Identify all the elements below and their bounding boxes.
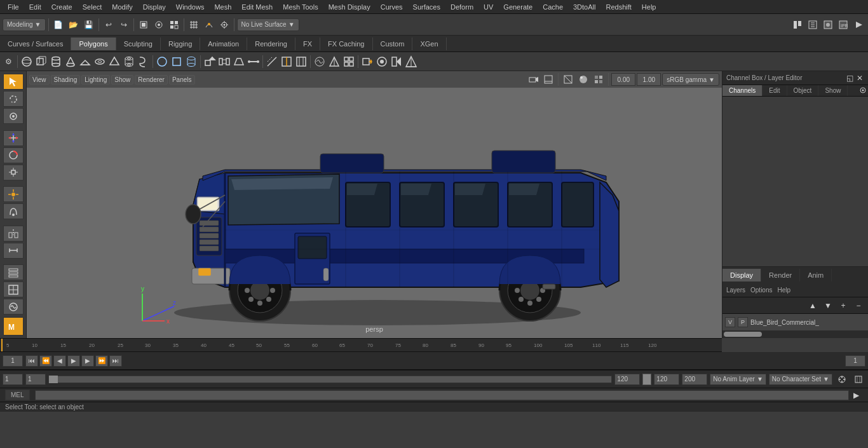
anim-tab-btn[interactable]: Anim [800,269,832,282]
anim-settings-btn[interactable] [851,372,865,386]
tab-sculpting[interactable]: Sculpting [116,37,161,50]
snap-together-btn[interactable] [3,226,24,241]
play-forward-btn[interactable]: ▶ [67,355,80,367]
playback-slider-thumb[interactable] [49,376,58,383]
display-layers-btn[interactable] [3,264,24,280]
step-forward-key-btn[interactable]: ⏩ [95,355,108,367]
frame-start-input[interactable] [845,355,865,367]
create-cube-btn[interactable] [34,55,48,69]
create-prism-btn[interactable] [107,55,121,69]
save-file-btn[interactable]: 💾 [82,18,96,32]
menu-create[interactable]: Create [46,2,78,12]
undo-btn[interactable]: ↩ [102,18,116,32]
tab-rendering[interactable]: Rendering [247,37,295,50]
viewport-show-menu[interactable]: Show [111,75,133,85]
smooth-btn[interactable] [313,55,327,69]
layer-up-btn[interactable]: ▲ [806,299,820,313]
nurbs-cylinder-btn[interactable] [184,55,198,69]
display-options-btn[interactable] [790,18,804,32]
frame-current-input[interactable] [3,355,23,367]
tab-xgen[interactable]: XGen [412,37,446,50]
tab-fx-caching[interactable]: FX Caching [320,37,372,50]
wireframe-btn[interactable] [561,72,575,86]
menu-windows[interactable]: Windows [171,2,210,12]
gamma-input[interactable] [611,73,635,86]
snap-point-btn[interactable] [217,18,231,32]
no-live-surface-dropdown[interactable]: No Live Surface ▼ [237,18,299,31]
menu-surfaces[interactable]: Surfaces [408,2,445,12]
poke-btn[interactable] [404,55,418,69]
menu-mesh-display[interactable]: Mesh Display [323,2,376,12]
viewport-lighting-menu[interactable]: Lighting [81,75,110,85]
append-to-polygon-btn[interactable] [360,55,374,69]
bevel-btn[interactable] [232,55,246,69]
nurbs-sphere-btn[interactable] [155,55,169,69]
display-tab-btn[interactable]: Display [722,269,761,282]
paint-select-btn[interactable] [3,108,24,124]
snap-grid-btn[interactable] [187,18,201,32]
layers-menu-help[interactable]: Help [777,287,790,294]
playback-end-input[interactable] [654,374,679,385]
triangulate-btn[interactable] [327,55,341,69]
menu-generate[interactable]: Generate [498,2,538,12]
open-file-btn[interactable]: 📂 [67,18,81,32]
tab-rigging[interactable]: Rigging [161,37,200,50]
select-by-component-btn[interactable] [167,18,181,32]
create-cylinder-btn[interactable] [49,55,63,69]
soft-mod-btn[interactable] [3,203,24,219]
slider-end-handle[interactable] [642,374,651,385]
render-btn[interactable] [851,18,865,32]
wedge-btn[interactable] [390,55,403,69]
anim-prefs-btn[interactable] [835,372,849,386]
select-by-hierachy-btn[interactable] [137,18,151,32]
anim-start-frame[interactable] [3,374,23,385]
layers-scrollbar[interactable] [722,330,868,338]
create-torus-btn[interactable] [93,55,107,69]
layer-delete-btn[interactable]: − [851,299,865,313]
create-cone-btn[interactable] [64,55,78,69]
layers-scrollbar-thumb[interactable] [724,332,762,337]
fill-hole-btn[interactable] [375,55,389,69]
tab-curves-surfaces[interactable]: Curves / Surfaces [0,37,71,50]
create-helix-btn[interactable] [137,55,151,69]
step-back-key-btn[interactable]: ⏪ [39,355,52,367]
menu-select[interactable]: Select [78,2,107,12]
redo-btn[interactable]: ↪ [117,18,131,32]
menu-display[interactable]: Display [138,2,171,12]
playback-slider[interactable] [48,376,612,383]
uv-editor-btn[interactable] [3,282,24,297]
extrude-btn[interactable] [203,55,217,69]
anim-layer-dropdown[interactable]: No Anim Layer ▼ [710,374,766,385]
show-tab[interactable]: Show [818,85,848,96]
menu-mesh[interactable]: Mesh [209,2,236,12]
offset-loop-btn[interactable] [294,55,308,69]
viewport-shading-menu[interactable]: Shading [51,75,81,85]
script-input-field[interactable] [35,390,849,400]
skip-to-end-btn[interactable]: ⏭ [109,355,122,367]
char-set-dropdown[interactable]: No Character Set ▼ [769,374,832,385]
exposure-input[interactable] [637,73,661,86]
layers-menu-options[interactable]: Options [750,287,772,294]
tab-fx[interactable]: FX [295,37,320,50]
textured-btn[interactable] [592,72,606,86]
viewport-view-menu[interactable]: View [29,75,50,85]
menu-mesh-tools[interactable]: Mesh Tools [278,2,323,12]
menu-modify[interactable]: Modify [107,2,137,12]
layers-menu-layers[interactable]: Layers [726,287,745,294]
menu-deform[interactable]: Deform [445,2,478,12]
ipr-btn[interactable]: IPR [836,18,850,32]
tab-animation[interactable]: Animation [200,37,247,50]
quad-draw-btn[interactable] [342,55,356,69]
layer-visibility-btn[interactable]: V [725,317,735,327]
range-end-input[interactable] [614,374,640,385]
panel-float-btn[interactable]: ◱ [845,74,854,83]
nurbs-cube-btn[interactable] [170,55,184,69]
color-space-dropdown[interactable]: sRGB gamma ▼ [662,73,719,86]
merge-btn[interactable] [247,55,261,69]
create-plane-btn[interactable] [78,55,92,69]
workspace-dropdown[interactable]: Modeling ▼ [3,18,46,31]
menu-curves[interactable]: Curves [376,2,408,12]
channel-options-btn[interactable] [858,85,868,95]
lasso-select-btn[interactable] [3,91,24,107]
move-tool-btn[interactable] [3,130,24,146]
